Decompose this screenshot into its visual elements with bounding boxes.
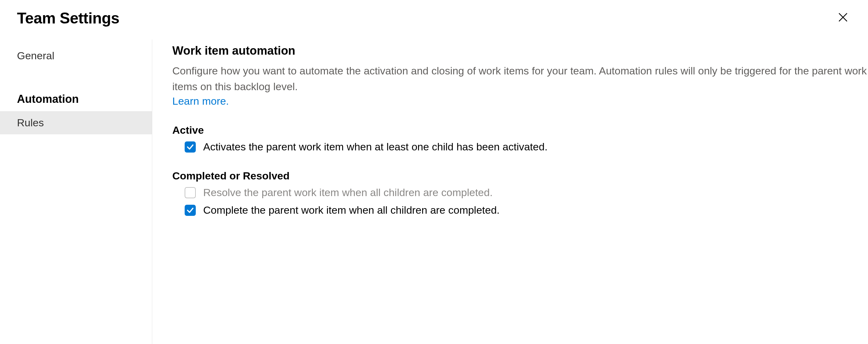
rule-label: Complete the parent work item when all c… [203, 204, 500, 216]
rule-label: Activates the parent work item when at l… [203, 141, 548, 153]
rule-row-activate-parent: Activates the parent work item when at l… [172, 141, 868, 153]
check-icon [186, 206, 194, 214]
checkbox-resolve-parent[interactable] [185, 187, 196, 198]
section-title: Work item automation [172, 44, 868, 57]
close-icon [838, 12, 848, 22]
close-button[interactable] [835, 11, 851, 26]
group-heading-completed: Completed or Resolved [172, 170, 868, 182]
rule-row-resolve-parent: Resolve the parent work item when all ch… [172, 187, 868, 198]
checkbox-activate-parent[interactable] [185, 142, 196, 153]
sidebar-item-rules[interactable]: Rules [0, 111, 152, 134]
check-icon [186, 143, 194, 151]
sidebar-item-general[interactable]: General [0, 44, 152, 67]
page-title: Team Settings [17, 9, 120, 27]
section-description: Configure how you want to automate the a… [172, 63, 867, 94]
dialog-header: Team Settings [0, 0, 868, 39]
group-heading-active: Active [172, 124, 868, 136]
checkbox-complete-parent[interactable] [185, 205, 196, 216]
learn-more-link[interactable]: Learn more. [172, 95, 229, 107]
rule-row-complete-parent: Complete the parent work item when all c… [172, 204, 868, 216]
rule-label: Resolve the parent work item when all ch… [203, 187, 493, 198]
sidebar: General Automation Rules [0, 39, 152, 344]
content-area: Work item automation Configure how you w… [152, 39, 868, 344]
dialog-body: General Automation Rules Work item autom… [0, 39, 868, 344]
sidebar-heading-automation: Automation [0, 83, 152, 111]
